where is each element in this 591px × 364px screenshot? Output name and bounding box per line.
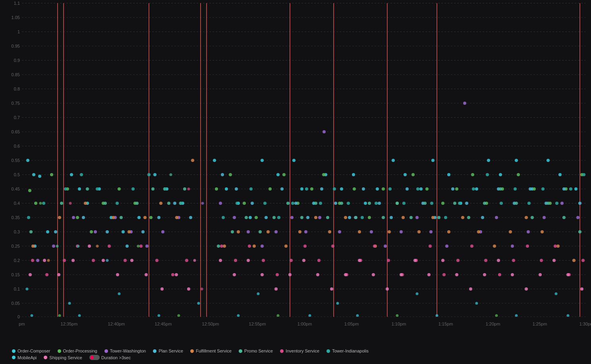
svg-point-121 [567, 314, 570, 317]
shipping-service-label: Shipping Service [49, 355, 82, 360]
svg-point-107 [499, 173, 502, 176]
svg-point-139 [282, 173, 286, 176]
svg-point-211 [265, 216, 268, 219]
svg-point-146 [382, 187, 385, 191]
svg-point-241 [191, 159, 194, 162]
svg-text:1:15pm: 1:15pm [438, 322, 453, 326]
svg-point-377 [43, 259, 46, 262]
duration-toggle-pill[interactable] [89, 355, 100, 360]
svg-text:0: 0 [17, 314, 20, 319]
svg-text:0.1: 0.1 [14, 287, 20, 291]
svg-point-386 [175, 273, 178, 276]
svg-point-300 [578, 230, 581, 233]
legend-promo-service[interactable]: Promo Service [239, 349, 273, 353]
duration-toggle-label: Duration >3sec [101, 355, 131, 360]
svg-point-273 [167, 202, 170, 205]
svg-point-161 [178, 314, 180, 317]
svg-point-296 [515, 202, 518, 205]
svg-point-123 [34, 202, 37, 205]
svg-point-75 [70, 173, 73, 176]
svg-point-231 [562, 187, 566, 191]
svg-point-142 [322, 173, 325, 176]
svg-text:pm: pm [19, 322, 25, 326]
svg-text:0.55: 0.55 [12, 158, 20, 163]
legend-plan-service[interactable]: Plan Service [153, 349, 183, 353]
svg-text:0.75: 0.75 [12, 101, 20, 106]
svg-point-393 [288, 273, 292, 276]
svg-point-110 [547, 159, 550, 162]
fulfillment-service-dot [190, 349, 194, 353]
svg-point-73 [38, 175, 41, 178]
svg-point-334 [526, 245, 529, 248]
svg-point-384 [145, 273, 148, 276]
svg-point-248 [314, 216, 317, 219]
legend-tower-washington[interactable]: Tower-Washington [104, 349, 146, 353]
svg-point-182 [318, 216, 321, 219]
svg-point-258 [461, 216, 464, 219]
svg-point-207 [189, 216, 192, 219]
order-processing-label: Order-Processing [63, 349, 97, 353]
svg-point-272 [151, 187, 155, 191]
svg-point-316 [276, 273, 279, 276]
svg-point-183 [463, 102, 466, 105]
svg-point-225 [465, 202, 468, 205]
svg-text:1:20pm: 1:20pm [486, 322, 500, 326]
svg-point-342 [80, 173, 83, 176]
svg-point-137 [255, 216, 258, 219]
svg-point-336 [554, 245, 557, 248]
legend-mobile-api[interactable]: MobileApi [12, 355, 37, 360]
svg-point-341 [64, 187, 67, 191]
svg-point-219 [378, 202, 381, 205]
svg-point-171 [145, 245, 149, 248]
svg-point-251 [358, 230, 361, 233]
legend-fulfillment-service[interactable]: Fulfillment Service [190, 349, 232, 353]
legend-inventory-service[interactable]: Inventory Service [280, 349, 319, 353]
svg-point-324 [387, 259, 390, 262]
legend-order-processing[interactable]: Order-Processing [58, 349, 97, 353]
svg-point-213 [294, 202, 297, 205]
svg-point-117 [309, 314, 311, 317]
svg-text:1.05: 1.05 [12, 15, 20, 20]
svg-point-174 [219, 202, 222, 205]
legend-tower-indianapolis[interactable]: Tower-Indianapolis [326, 349, 369, 353]
svg-point-249 [328, 230, 331, 233]
svg-text:0.35: 0.35 [12, 215, 20, 220]
svg-point-359 [361, 216, 364, 219]
svg-point-172 [161, 230, 164, 233]
svg-point-86 [225, 187, 228, 191]
svg-point-365 [444, 216, 447, 219]
svg-point-76 [78, 187, 81, 191]
svg-text:0.15: 0.15 [12, 272, 20, 277]
svg-point-283 [326, 216, 329, 219]
svg-point-95 [340, 187, 343, 191]
svg-point-97 [364, 202, 367, 205]
mobile-api-dot [12, 356, 15, 359]
svg-point-261 [509, 230, 512, 233]
legend-order-composer[interactable]: Order-Composer [12, 349, 50, 353]
svg-point-286 [368, 202, 371, 205]
svg-point-332 [498, 273, 501, 276]
promo-service-dot [239, 349, 242, 353]
svg-point-288 [396, 202, 399, 205]
svg-point-256 [431, 216, 435, 219]
svg-point-92 [300, 187, 303, 191]
svg-point-343 [96, 187, 99, 191]
svg-point-156 [533, 187, 536, 191]
legend-duration-toggle[interactable]: Duration >3sec [89, 355, 131, 360]
legend-shipping-service[interactable]: Shipping Service [44, 355, 82, 360]
svg-point-357 [333, 187, 336, 191]
svg-point-429 [96, 245, 99, 248]
svg-point-260 [493, 245, 496, 248]
svg-point-327 [429, 245, 432, 248]
svg-point-395 [316, 273, 319, 276]
svg-point-308 [139, 245, 143, 248]
svg-point-287 [382, 216, 385, 219]
svg-text:1:30pm: 1:30pm [579, 322, 591, 326]
svg-point-295 [499, 187, 502, 191]
svg-point-339 [27, 216, 30, 219]
svg-point-193 [495, 216, 498, 219]
svg-point-318 [303, 245, 307, 248]
svg-point-138 [268, 187, 272, 191]
svg-text:1:25pm: 1:25pm [533, 322, 547, 326]
svg-point-399 [372, 273, 375, 276]
